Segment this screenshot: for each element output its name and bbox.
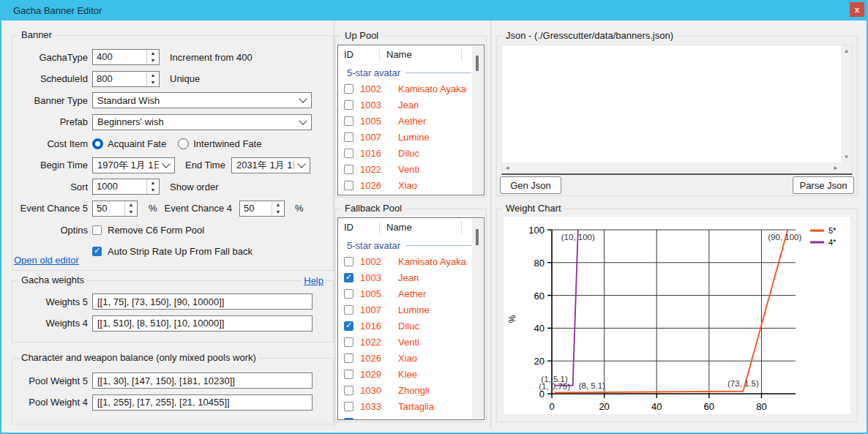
- spin-up-icon[interactable]: ▲: [147, 50, 159, 57]
- list-item[interactable]: 1033Tartaglia: [338, 398, 472, 414]
- scroll-up-icon[interactable]: ▲: [844, 48, 850, 54]
- sort-input[interactable]: 1000 ▲▼: [92, 179, 160, 195]
- column-header-name[interactable]: Name: [380, 221, 462, 234]
- row-checkbox[interactable]: [344, 305, 353, 315]
- list-item[interactable]: 1026Xiao: [338, 350, 472, 366]
- chevron-down-icon: [299, 116, 307, 124]
- list-item[interactable]: 1007Lumine: [338, 302, 472, 318]
- row-checkbox[interactable]: [344, 149, 353, 158]
- list-item[interactable]: 1002Kamisato Ayaka: [338, 81, 472, 97]
- json-textarea[interactable]: [502, 45, 840, 162]
- radio-selected-icon[interactable]: [92, 138, 103, 149]
- close-button[interactable]: x: [850, 2, 864, 17]
- series-line-4*: [555, 230, 578, 386]
- row-checkbox[interactable]: [344, 386, 353, 395]
- row-checkbox[interactable]: [344, 289, 353, 299]
- column-header-id[interactable]: ID: [338, 221, 380, 234]
- pool-weight-5-input[interactable]: [92, 373, 313, 389]
- event-chance-4-spinner[interactable]: ▲▼: [272, 201, 284, 216]
- gen-json-button[interactable]: Gen Json: [500, 176, 561, 194]
- prefab-select[interactable]: Beginners' wish: [92, 114, 312, 130]
- row-checkbox[interactable]: [344, 116, 353, 126]
- weights-4-input[interactable]: [92, 315, 313, 332]
- point-annotation: (73, 1.5): [727, 379, 759, 388]
- json-horizontal-scrollbar[interactable]: ◄ ►: [502, 162, 841, 173]
- scheduleid-input[interactable]: 800 ▲▼: [92, 71, 160, 87]
- remove-c6-checkbox[interactable]: [92, 225, 102, 235]
- list-item[interactable]: 1005Aether: [338, 113, 472, 129]
- parse-json-button[interactable]: Parse Json: [793, 176, 854, 194]
- row-checkbox[interactable]: [344, 337, 353, 347]
- row-checkbox[interactable]: [344, 418, 353, 421]
- prefab-label: Prefab: [13, 116, 88, 127]
- list-item[interactable]: 1007Lumine: [338, 129, 472, 145]
- radio-unselected-icon[interactable]: [178, 138, 189, 149]
- list-item[interactable]: 1016Diluc: [338, 318, 472, 334]
- list-item[interactable]: 1005Aether: [338, 285, 472, 302]
- event-chance-5-input[interactable]: 50 ▲▼: [92, 201, 138, 217]
- gachatype-spinner[interactable]: ▲▼: [146, 50, 159, 64]
- event-chance-5-spinner[interactable]: ▲▼: [124, 201, 137, 216]
- weight-chart-svg: 020406080020406080100%(10, 100)(90, 100)…: [504, 217, 852, 416]
- spin-up-icon[interactable]: ▲: [272, 201, 284, 209]
- scroll-down-icon[interactable]: ▼: [844, 154, 850, 160]
- list-item[interactable]: 1003Jean: [338, 97, 472, 113]
- row-checkbox[interactable]: [344, 402, 353, 411]
- spin-up-icon[interactable]: ▲: [125, 201, 137, 209]
- row-checkbox[interactable]: [344, 257, 353, 266]
- chevron-down-icon: [299, 94, 307, 102]
- list-item[interactable]: 1002Kamisato Ayaka: [338, 253, 472, 269]
- spin-down-icon[interactable]: ▼: [147, 57, 159, 64]
- scheduleid-spinner[interactable]: ▲▼: [146, 72, 159, 86]
- scrollbar-thumb[interactable]: [476, 229, 479, 245]
- row-checkbox[interactable]: [344, 84, 353, 94]
- column-header-id[interactable]: ID: [338, 48, 380, 61]
- row-id: 1003: [360, 100, 386, 111]
- row-id: 1030: [360, 385, 386, 396]
- spin-down-icon[interactable]: ▼: [147, 187, 159, 194]
- list-item[interactable]: 1030Zhongli: [338, 382, 472, 398]
- scroll-right-icon[interactable]: ►: [833, 165, 839, 171]
- open-old-editor-link[interactable]: Open old editor: [14, 255, 79, 266]
- list-item[interactable]: 1029Klee: [338, 366, 472, 382]
- event-chance-4-input[interactable]: 50 ▲▼: [239, 201, 285, 217]
- row-checkbox[interactable]: [344, 165, 353, 174]
- spin-up-icon[interactable]: ▲: [147, 179, 159, 187]
- help-link[interactable]: Help: [302, 275, 326, 286]
- list-item[interactable]: 1035Qiqi: [338, 414, 472, 420]
- row-checkbox[interactable]: [344, 273, 353, 283]
- banner-type-select[interactable]: Standard Wish: [92, 92, 312, 108]
- spin-up-icon[interactable]: ▲: [147, 72, 159, 79]
- row-checkbox[interactable]: [344, 370, 353, 379]
- end-time-picker[interactable]: 2031年 1月 1日: [231, 157, 310, 173]
- up-pool-scrollbar[interactable]: [472, 46, 483, 194]
- json-vertical-scrollbar[interactable]: ▲ ▼: [841, 45, 852, 162]
- weights-5-input[interactable]: [92, 293, 313, 310]
- sort-spinner[interactable]: ▲▼: [146, 179, 159, 194]
- spin-down-icon[interactable]: ▼: [147, 79, 159, 86]
- gachatype-input[interactable]: 400 ▲▼: [92, 49, 160, 65]
- list-item[interactable]: 1022Venti: [338, 334, 472, 350]
- spin-down-icon[interactable]: ▼: [272, 209, 284, 216]
- spin-down-icon[interactable]: ▼: [125, 209, 137, 216]
- list-item[interactable]: 1016Diluc: [338, 145, 472, 161]
- fallback-pool-scrollbar[interactable]: [472, 219, 483, 419]
- row-name: Klee: [398, 369, 417, 380]
- column-header-name[interactable]: Name: [380, 48, 462, 61]
- scroll-left-icon[interactable]: ◄: [504, 165, 510, 171]
- row-checkbox[interactable]: [344, 321, 353, 331]
- list-item[interactable]: 1026Xiao: [338, 177, 472, 193]
- begin-time-picker[interactable]: 1970年 1月 1日: [92, 157, 175, 173]
- auto-strip-checkbox[interactable]: [92, 247, 102, 256]
- row-checkbox[interactable]: [344, 132, 353, 142]
- row-checkbox[interactable]: [344, 100, 353, 110]
- radio-intertwined-fate[interactable]: Intertwined Fate: [178, 138, 261, 149]
- list-item[interactable]: 1003Jean: [338, 269, 472, 285]
- radio-acquaint-fate[interactable]: Acquaint Fate: [92, 138, 166, 149]
- row-checkbox[interactable]: [344, 181, 353, 190]
- scrollbar-thumb[interactable]: [476, 56, 479, 71]
- list-item[interactable]: 1022Venti: [338, 161, 472, 177]
- row-name: Aether: [398, 288, 426, 299]
- pool-weight-4-input[interactable]: [92, 394, 313, 411]
- row-checkbox[interactable]: [344, 353, 353, 363]
